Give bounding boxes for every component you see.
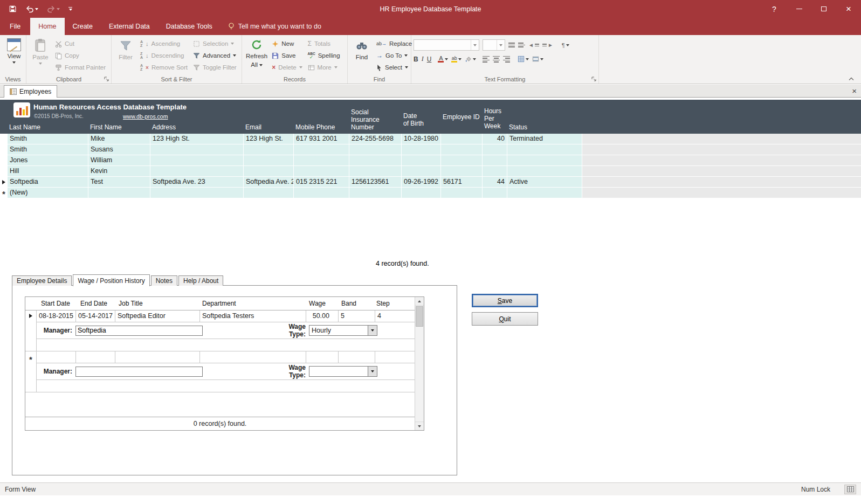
close-form-icon[interactable]: × (852, 87, 857, 95)
bold-button[interactable]: B (414, 56, 418, 63)
cell-status[interactable] (507, 144, 582, 155)
cell-address[interactable]: 123 High St. (150, 134, 244, 144)
tab-database-tools[interactable]: Database Tools (158, 18, 221, 35)
cell-address[interactable] (150, 155, 244, 166)
font-name-combo[interactable] (414, 39, 479, 51)
new-record-button[interactable]: New (269, 38, 305, 50)
document-tab-employees[interactable]: Employees (4, 85, 57, 98)
cell-employee-id[interactable] (441, 144, 483, 155)
paste-button[interactable]: Paste (29, 37, 52, 65)
tab-external-data[interactable]: External Data (101, 18, 158, 35)
wcell-end-date[interactable]: 05-14-2017 (76, 310, 115, 322)
cell-social-insurance-number[interactable] (349, 144, 402, 155)
cell-new-record[interactable]: (New) (8, 188, 88, 198)
undo-button[interactable] (25, 5, 38, 13)
alternate-row-color-button[interactable] (532, 56, 543, 63)
save-record-button[interactable]: Save (269, 50, 305, 61)
cell-first-name[interactable]: Test (88, 177, 150, 188)
refresh-all-button[interactable]: Refresh All (244, 37, 269, 68)
cell-first-name[interactable]: Kevin (88, 166, 150, 177)
cell-social-insurance-number[interactable] (349, 155, 402, 166)
tab-file[interactable]: File (0, 18, 30, 35)
row-selector[interactable] (0, 134, 8, 144)
selection-button[interactable]: Selection (190, 38, 239, 50)
select-button[interactable]: Select (374, 61, 415, 73)
cell-status[interactable]: Active (507, 177, 582, 188)
cell-employee-id[interactable] (441, 134, 483, 144)
cell-email[interactable] (244, 166, 294, 177)
sort-descending-button[interactable]: ZA↓ Descending (137, 50, 190, 61)
cell-social-insurance-number[interactable]: 224-255-5698 (349, 134, 402, 144)
numbering-button[interactable] (518, 43, 525, 47)
row-selector[interactable] (0, 155, 8, 166)
close-button[interactable]: × (836, 0, 861, 18)
wcell-band[interactable]: 5 (339, 310, 375, 322)
go-to-button[interactable]: → Go To (374, 50, 415, 61)
cell-date-of-birth[interactable] (402, 166, 441, 177)
tab-home[interactable]: Home (30, 18, 64, 35)
font-size-combo[interactable] (483, 39, 505, 51)
cell-status[interactable] (507, 166, 582, 177)
highlight-color-button[interactable]: ab (451, 56, 462, 63)
cell-hours-per-week[interactable] (483, 166, 507, 177)
cell-status[interactable] (507, 155, 582, 166)
replace-button[interactable]: ab→ Replace (374, 38, 415, 50)
totals-button[interactable]: Σ Totals (305, 38, 343, 50)
wage-row-selector[interactable]: * (25, 351, 37, 392)
cell-mobile-phone[interactable] (294, 155, 349, 166)
delete-record-button[interactable]: × Delete (269, 61, 305, 73)
wcell-start-date[interactable]: 08-18-2015 (37, 310, 76, 322)
datasheet-view-icon[interactable] (844, 485, 856, 494)
cell-last-name[interactable]: Smith (8, 144, 88, 155)
cell-email[interactable]: Softpedia Ave. 23 (244, 177, 294, 188)
tab-wage-position-history[interactable]: Wage / Position History (73, 274, 149, 286)
cell-first-name[interactable]: Mike (88, 134, 150, 144)
cell-status[interactable]: Terminated (507, 134, 582, 144)
manager-input[interactable] (75, 367, 203, 377)
tell-me-box[interactable]: Tell me what you want to do (221, 18, 329, 35)
gridlines-button[interactable] (518, 56, 529, 63)
cell-first-name[interactable]: William (88, 155, 150, 166)
tab-notes[interactable]: Notes (151, 275, 177, 286)
format-painter-button[interactable]: Format Painter (52, 61, 108, 73)
row-selector[interactable] (0, 144, 8, 155)
maximize-button[interactable] (811, 0, 836, 18)
remove-sort-button[interactable]: AZ× Remove Sort (137, 61, 190, 73)
text-direction-button[interactable]: ¶ (562, 42, 569, 49)
redo-button[interactable] (47, 5, 60, 13)
manager-input[interactable] (75, 326, 203, 336)
cut-button[interactable]: Cut (52, 38, 108, 50)
filter-button[interactable]: Filter (114, 38, 137, 61)
wcell-step[interactable]: 4 (375, 310, 415, 322)
cell-mobile-phone[interactable]: 617 931 2001 (294, 134, 349, 144)
quit-button[interactable]: Quit (472, 312, 538, 326)
save-button[interactable]: Save (472, 294, 538, 307)
wage-type-combo[interactable] (309, 366, 377, 377)
find-button[interactable]: Find (350, 38, 374, 61)
align-center-button[interactable] (493, 56, 500, 63)
cell-date-of-birth[interactable] (402, 144, 441, 155)
cell-first-name[interactable]: Susans (88, 144, 150, 155)
cell-date-of-birth[interactable]: 09-26-1992 (402, 177, 441, 188)
help-button[interactable]: ? (762, 0, 787, 18)
vertical-scrollbar[interactable] (415, 297, 424, 430)
cell-date-of-birth[interactable] (402, 155, 441, 166)
cell-last-name[interactable]: Smith (8, 134, 88, 144)
view-button[interactable]: View (2, 37, 26, 64)
cell-mobile-phone[interactable] (294, 166, 349, 177)
cell-last-name[interactable]: Hill (8, 166, 88, 177)
cell-employee-id[interactable] (441, 166, 483, 177)
cell-mobile-phone[interactable] (294, 144, 349, 155)
row-selector[interactable] (0, 166, 8, 177)
cell-mobile-phone[interactable]: 015 2315 221 (294, 177, 349, 188)
collapse-ribbon-button[interactable] (848, 77, 855, 81)
cell-social-insurance-number[interactable]: 1256123561 (349, 177, 402, 188)
cell-email[interactable] (244, 144, 294, 155)
wcell-wage[interactable]: 50.00 (306, 310, 339, 322)
sort-ascending-button[interactable]: AZ↓ Ascending (137, 38, 190, 50)
scroll-up-icon[interactable] (415, 297, 424, 306)
row-selector[interactable] (0, 177, 8, 188)
cell-email[interactable] (244, 155, 294, 166)
tab-help-about[interactable]: Help / About (178, 275, 223, 286)
decrease-indent-button[interactable]: ◄ (528, 42, 539, 48)
